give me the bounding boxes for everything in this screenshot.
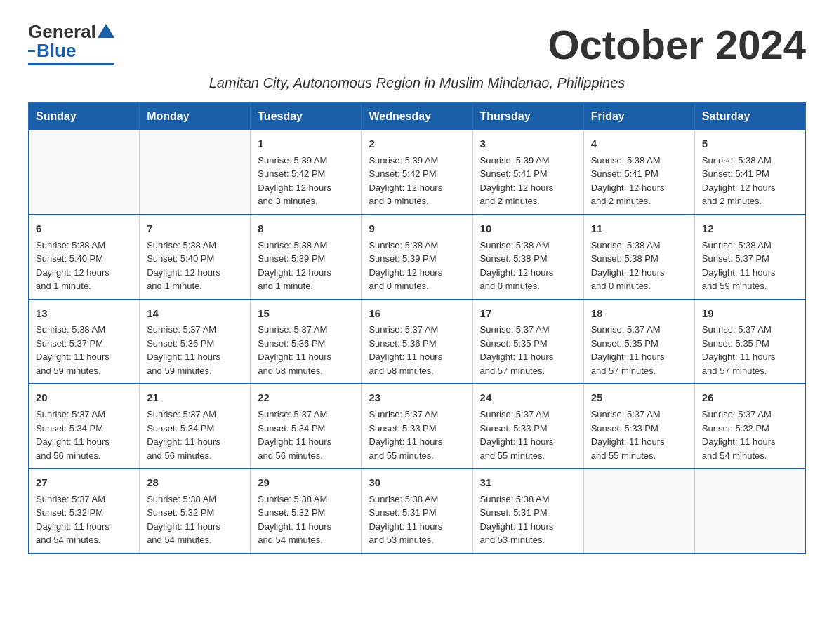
day-info: Sunrise: 5:38 AM Sunset: 5:38 PM Dayligh… bbox=[480, 239, 576, 293]
day-number: 11 bbox=[591, 221, 687, 236]
calendar-cell: 18Sunrise: 5:37 AM Sunset: 5:35 PM Dayli… bbox=[583, 300, 694, 384]
weekday-header-saturday: Saturday bbox=[694, 103, 805, 130]
day-number: 19 bbox=[702, 306, 798, 321]
day-number: 24 bbox=[480, 390, 576, 405]
calendar-cell: 12Sunrise: 5:38 AM Sunset: 5:37 PM Dayli… bbox=[694, 215, 805, 300]
calendar-body: 1Sunrise: 5:39 AM Sunset: 5:42 PM Daylig… bbox=[29, 130, 806, 554]
calendar-week-row: 13Sunrise: 5:38 AM Sunset: 5:37 PM Dayli… bbox=[29, 300, 806, 384]
calendar-cell: 27Sunrise: 5:37 AM Sunset: 5:32 PM Dayli… bbox=[29, 469, 140, 554]
day-info: Sunrise: 5:38 AM Sunset: 5:39 PM Dayligh… bbox=[258, 239, 354, 293]
day-info: Sunrise: 5:38 AM Sunset: 5:32 PM Dayligh… bbox=[258, 492, 354, 547]
weekday-header-row: SundayMondayTuesdayWednesdayThursdayFrid… bbox=[29, 103, 806, 130]
day-number: 31 bbox=[480, 475, 576, 490]
day-info: Sunrise: 5:37 AM Sunset: 5:36 PM Dayligh… bbox=[369, 323, 465, 377]
calendar-cell: 4Sunrise: 5:38 AM Sunset: 5:41 PM Daylig… bbox=[583, 130, 694, 215]
day-number: 23 bbox=[369, 390, 465, 405]
day-info: Sunrise: 5:38 AM Sunset: 5:31 PM Dayligh… bbox=[480, 492, 576, 547]
calendar-cell bbox=[140, 130, 251, 215]
day-info: Sunrise: 5:38 AM Sunset: 5:32 PM Dayligh… bbox=[147, 492, 243, 547]
day-info: Sunrise: 5:38 AM Sunset: 5:40 PM Dayligh… bbox=[36, 239, 132, 293]
calendar-cell: 3Sunrise: 5:39 AM Sunset: 5:41 PM Daylig… bbox=[472, 130, 583, 215]
calendar-week-row: 27Sunrise: 5:37 AM Sunset: 5:32 PM Dayli… bbox=[29, 469, 806, 554]
day-info: Sunrise: 5:37 AM Sunset: 5:36 PM Dayligh… bbox=[258, 323, 354, 377]
day-info: Sunrise: 5:37 AM Sunset: 5:36 PM Dayligh… bbox=[147, 323, 243, 377]
calendar-cell: 25Sunrise: 5:37 AM Sunset: 5:33 PM Dayli… bbox=[583, 384, 694, 469]
calendar-cell: 6Sunrise: 5:38 AM Sunset: 5:40 PM Daylig… bbox=[29, 215, 140, 300]
calendar-cell: 5Sunrise: 5:38 AM Sunset: 5:41 PM Daylig… bbox=[694, 130, 805, 215]
day-info: Sunrise: 5:38 AM Sunset: 5:37 PM Dayligh… bbox=[36, 323, 132, 377]
calendar-cell: 14Sunrise: 5:37 AM Sunset: 5:36 PM Dayli… bbox=[140, 300, 251, 384]
day-info: Sunrise: 5:38 AM Sunset: 5:39 PM Dayligh… bbox=[369, 239, 465, 293]
day-number: 26 bbox=[702, 390, 798, 405]
calendar-cell: 11Sunrise: 5:38 AM Sunset: 5:38 PM Dayli… bbox=[583, 215, 694, 300]
day-info: Sunrise: 5:38 AM Sunset: 5:40 PM Dayligh… bbox=[147, 239, 243, 293]
day-info: Sunrise: 5:37 AM Sunset: 5:33 PM Dayligh… bbox=[369, 408, 465, 462]
day-info: Sunrise: 5:37 AM Sunset: 5:35 PM Dayligh… bbox=[591, 323, 687, 377]
calendar-cell: 8Sunrise: 5:38 AM Sunset: 5:39 PM Daylig… bbox=[251, 215, 362, 300]
logo-triangle-icon bbox=[98, 24, 114, 38]
day-number: 1 bbox=[258, 136, 354, 152]
day-info: Sunrise: 5:38 AM Sunset: 5:38 PM Dayligh… bbox=[591, 239, 687, 293]
day-info: Sunrise: 5:37 AM Sunset: 5:35 PM Dayligh… bbox=[480, 323, 576, 377]
day-info: Sunrise: 5:37 AM Sunset: 5:32 PM Dayligh… bbox=[702, 408, 798, 462]
weekday-header-thursday: Thursday bbox=[472, 103, 583, 130]
calendar-cell: 13Sunrise: 5:38 AM Sunset: 5:37 PM Dayli… bbox=[29, 300, 140, 384]
day-number: 12 bbox=[702, 221, 798, 236]
calendar-week-row: 20Sunrise: 5:37 AM Sunset: 5:34 PM Dayli… bbox=[29, 384, 806, 469]
day-info: Sunrise: 5:38 AM Sunset: 5:41 PM Dayligh… bbox=[702, 154, 798, 208]
calendar-cell: 19Sunrise: 5:37 AM Sunset: 5:35 PM Dayli… bbox=[694, 300, 805, 384]
day-info: Sunrise: 5:39 AM Sunset: 5:42 PM Dayligh… bbox=[369, 154, 465, 208]
day-info: Sunrise: 5:37 AM Sunset: 5:32 PM Dayligh… bbox=[36, 492, 132, 547]
day-number: 4 bbox=[591, 136, 687, 152]
day-number: 14 bbox=[147, 306, 243, 321]
calendar-cell: 28Sunrise: 5:38 AM Sunset: 5:32 PM Dayli… bbox=[140, 469, 251, 554]
calendar-cell: 16Sunrise: 5:37 AM Sunset: 5:36 PM Dayli… bbox=[362, 300, 472, 384]
day-number: 15 bbox=[258, 306, 354, 321]
day-number: 8 bbox=[258, 221, 354, 236]
month-title: October 2024 bbox=[548, 21, 806, 68]
calendar-week-row: 6Sunrise: 5:38 AM Sunset: 5:40 PM Daylig… bbox=[29, 215, 806, 300]
day-info: Sunrise: 5:38 AM Sunset: 5:37 PM Dayligh… bbox=[702, 239, 798, 293]
day-number: 17 bbox=[480, 306, 576, 321]
day-info: Sunrise: 5:37 AM Sunset: 5:33 PM Dayligh… bbox=[591, 408, 687, 462]
day-number: 2 bbox=[369, 136, 465, 152]
calendar-cell: 1Sunrise: 5:39 AM Sunset: 5:42 PM Daylig… bbox=[251, 130, 362, 215]
calendar-cell: 24Sunrise: 5:37 AM Sunset: 5:33 PM Dayli… bbox=[472, 384, 583, 469]
logo-underline bbox=[28, 63, 114, 65]
calendar-cell: 23Sunrise: 5:37 AM Sunset: 5:33 PM Dayli… bbox=[362, 384, 472, 469]
day-number: 25 bbox=[591, 390, 687, 405]
calendar-cell: 10Sunrise: 5:38 AM Sunset: 5:38 PM Dayli… bbox=[472, 215, 583, 300]
weekday-header-sunday: Sunday bbox=[29, 103, 140, 130]
logo: General Blue bbox=[28, 21, 114, 65]
day-number: 7 bbox=[147, 221, 243, 236]
day-info: Sunrise: 5:37 AM Sunset: 5:34 PM Dayligh… bbox=[147, 408, 243, 462]
calendar-cell: 22Sunrise: 5:37 AM Sunset: 5:34 PM Dayli… bbox=[251, 384, 362, 469]
day-info: Sunrise: 5:39 AM Sunset: 5:42 PM Dayligh… bbox=[258, 154, 354, 208]
calendar-cell: 30Sunrise: 5:38 AM Sunset: 5:31 PM Dayli… bbox=[362, 469, 472, 554]
calendar-week-row: 1Sunrise: 5:39 AM Sunset: 5:42 PM Daylig… bbox=[29, 130, 806, 215]
day-number: 30 bbox=[369, 475, 465, 490]
day-info: Sunrise: 5:37 AM Sunset: 5:34 PM Dayligh… bbox=[36, 408, 132, 462]
calendar-cell bbox=[694, 469, 805, 554]
day-number: 5 bbox=[702, 136, 798, 152]
calendar-cell: 9Sunrise: 5:38 AM Sunset: 5:39 PM Daylig… bbox=[362, 215, 472, 300]
day-info: Sunrise: 5:38 AM Sunset: 5:41 PM Dayligh… bbox=[591, 154, 687, 208]
day-number: 27 bbox=[36, 475, 132, 490]
weekday-header-friday: Friday bbox=[583, 103, 694, 130]
calendar-cell: 15Sunrise: 5:37 AM Sunset: 5:36 PM Dayli… bbox=[251, 300, 362, 384]
day-number: 28 bbox=[147, 475, 243, 490]
day-number: 18 bbox=[591, 306, 687, 321]
day-info: Sunrise: 5:37 AM Sunset: 5:33 PM Dayligh… bbox=[480, 408, 576, 462]
weekday-header-monday: Monday bbox=[140, 103, 251, 130]
day-info: Sunrise: 5:37 AM Sunset: 5:35 PM Dayligh… bbox=[702, 323, 798, 377]
day-number: 29 bbox=[258, 475, 354, 490]
weekday-header-tuesday: Tuesday bbox=[251, 103, 362, 130]
calendar-cell: 26Sunrise: 5:37 AM Sunset: 5:32 PM Dayli… bbox=[694, 384, 805, 469]
calendar-cell: 31Sunrise: 5:38 AM Sunset: 5:31 PM Dayli… bbox=[472, 469, 583, 554]
calendar-cell: 2Sunrise: 5:39 AM Sunset: 5:42 PM Daylig… bbox=[362, 130, 472, 215]
day-number: 13 bbox=[36, 306, 132, 321]
day-info: Sunrise: 5:37 AM Sunset: 5:34 PM Dayligh… bbox=[258, 408, 354, 462]
calendar-cell: 29Sunrise: 5:38 AM Sunset: 5:32 PM Dayli… bbox=[251, 469, 362, 554]
day-number: 20 bbox=[36, 390, 132, 405]
day-number: 6 bbox=[36, 221, 132, 236]
